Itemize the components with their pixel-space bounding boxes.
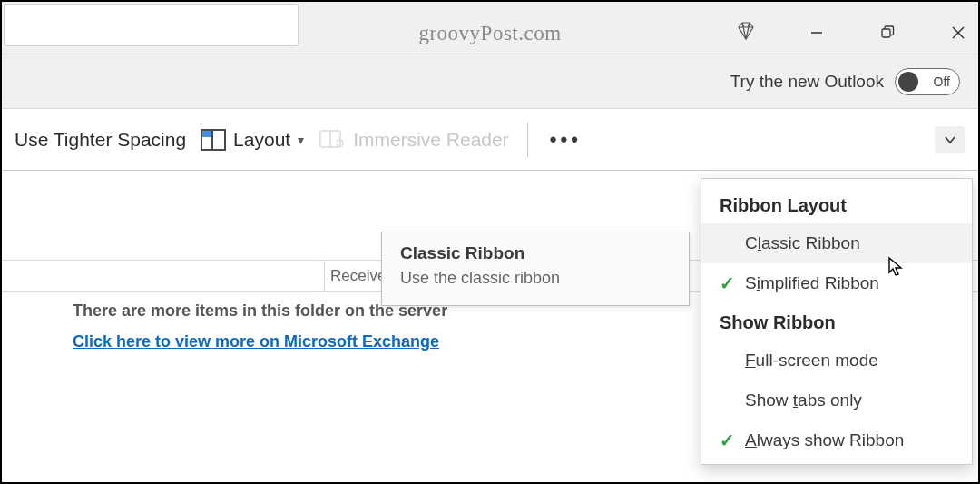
- layout-label: Layout: [233, 129, 290, 151]
- toggle-state: Off: [934, 74, 950, 89]
- immersive-reader-button: Immersive Reader: [311, 120, 516, 160]
- try-new-label: Try the new Outlook: [730, 72, 884, 92]
- minimize-button[interactable]: [806, 22, 828, 44]
- ribbon-toolbar: Use Tighter Spacing Layout ▾ Immersive R…: [2, 109, 978, 171]
- check-icon: ✓: [720, 430, 741, 451]
- layout-icon: [201, 129, 226, 151]
- menu-item-full-screen[interactable]: Full-screen mode: [701, 341, 972, 380]
- window-controls: [735, 20, 969, 45]
- menu-item-label: Full-screen mode: [741, 351, 878, 370]
- toggle-knob: [898, 72, 918, 92]
- svg-rect-1: [882, 29, 890, 37]
- received-column-header[interactable]: Receive: [324, 260, 386, 292]
- try-new-outlook-bar: Try the new Outlook Off: [2, 54, 978, 109]
- close-button[interactable]: [947, 22, 969, 44]
- tooltip-description: Use the classic ribbon: [400, 269, 671, 288]
- menu-item-classic-ribbon[interactable]: Classic Ribbon: [701, 223, 972, 263]
- try-new-toggle[interactable]: Off: [895, 68, 960, 95]
- immersive-reader-label: Immersive Reader: [353, 129, 509, 151]
- menu-item-simplified-ribbon[interactable]: ✓ Simplified Ribbon: [701, 263, 972, 303]
- tooltip-title: Classic Ribbon: [400, 243, 671, 263]
- ribbon-divider: [527, 123, 528, 157]
- more-commands-button[interactable]: •••: [539, 128, 593, 152]
- ribbon-options-button[interactable]: [935, 126, 965, 153]
- menu-item-label: Show tabs only: [741, 390, 862, 410]
- view-more-link[interactable]: Click here to view more on Microsoft Exc…: [73, 332, 439, 351]
- menu-item-label: Classic Ribbon: [741, 233, 860, 253]
- immersive-reader-icon: [318, 128, 346, 152]
- menu-section-show-ribbon: Show Ribbon: [701, 303, 972, 341]
- layout-button[interactable]: Layout ▾: [193, 120, 311, 160]
- title-bar: groovyPost.com: [2, 2, 978, 54]
- tighter-spacing-label: Use Tighter Spacing: [15, 129, 186, 151]
- menu-item-always-show-ribbon[interactable]: ✓ Always show Ribbon: [701, 420, 972, 460]
- premium-icon[interactable]: [735, 20, 757, 45]
- maximize-button[interactable]: [877, 22, 898, 44]
- ribbon-options-menu: Ribbon Layout Classic Ribbon ✓ Simplifie…: [701, 178, 973, 465]
- tooltip: Classic Ribbon Use the classic ribbon: [381, 232, 690, 306]
- search-input[interactable]: [4, 4, 299, 46]
- menu-item-label: Always show Ribbon: [741, 430, 904, 450]
- chevron-down-icon: ▾: [298, 133, 304, 147]
- check-icon: ✓: [720, 272, 741, 294]
- menu-item-show-tabs-only[interactable]: Show tabs only: [701, 380, 972, 420]
- menu-item-label: Simplified Ribbon: [741, 273, 879, 293]
- window-title: groovyPost.com: [418, 22, 561, 45]
- tighter-spacing-button[interactable]: Use Tighter Spacing: [7, 120, 193, 160]
- menu-section-ribbon-layout: Ribbon Layout: [701, 186, 972, 223]
